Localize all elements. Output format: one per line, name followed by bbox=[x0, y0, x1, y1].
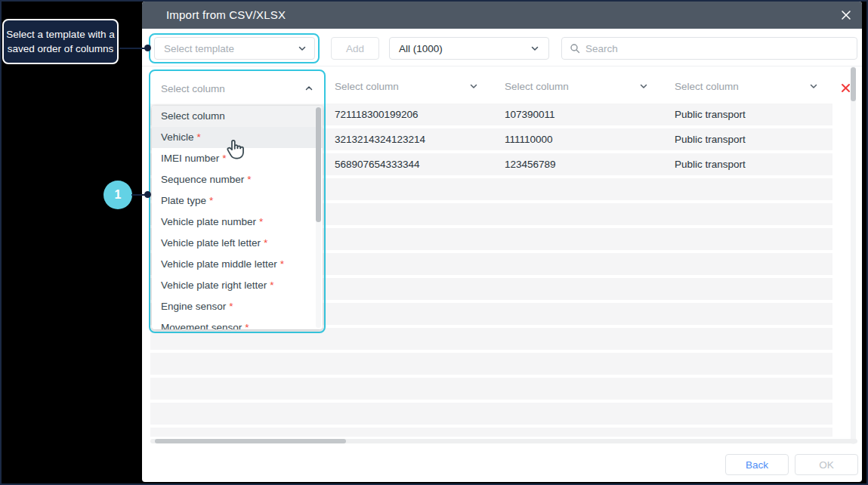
table-cell bbox=[497, 228, 667, 250]
table-cell bbox=[667, 328, 832, 350]
table-cell bbox=[150, 403, 327, 425]
dropdown-scrollbar-thumb[interactable] bbox=[316, 107, 321, 222]
dropdown-option-label: Engine sensor bbox=[161, 301, 226, 312]
required-asterisk: * bbox=[259, 216, 263, 227]
table-cell: 107390011 bbox=[497, 103, 667, 125]
table-cell bbox=[497, 328, 667, 350]
back-button[interactable]: Back bbox=[725, 454, 789, 475]
table-cell bbox=[667, 228, 832, 250]
chevron-down-icon bbox=[639, 82, 648, 91]
table-cell: 111110000 bbox=[497, 128, 667, 150]
dropdown-option[interactable]: Vehicle plate right letter* bbox=[152, 275, 323, 296]
dropdown-scrollbar[interactable] bbox=[316, 107, 321, 328]
table-cell bbox=[327, 278, 497, 300]
table-cell bbox=[497, 353, 667, 375]
remove-column-row-icon[interactable] bbox=[840, 82, 851, 94]
required-asterisk: * bbox=[229, 301, 233, 312]
dropdown-option[interactable]: Vehicle plate middle letter* bbox=[152, 254, 323, 275]
table-cell bbox=[327, 303, 497, 325]
dropdown-option-label: Select column bbox=[161, 110, 225, 122]
required-asterisk: * bbox=[264, 237, 267, 249]
table-row bbox=[150, 353, 832, 375]
table-cell bbox=[327, 253, 497, 275]
column-select-3[interactable]: Select column bbox=[497, 71, 657, 101]
required-asterisk: * bbox=[245, 322, 249, 329]
table-cell bbox=[327, 328, 497, 350]
search-input[interactable]: Search bbox=[561, 37, 857, 60]
template-select-placeholder: Select template bbox=[164, 43, 234, 54]
dropdown-option-label: Vehicle plate middle letter bbox=[161, 258, 277, 270]
column-select-4[interactable]: Select column bbox=[667, 71, 827, 101]
dropdown-option-label: Movement sensor bbox=[161, 322, 242, 329]
table-cell bbox=[667, 203, 832, 225]
table-cell bbox=[667, 253, 832, 275]
filter-select-value: All (1000) bbox=[399, 43, 443, 54]
horizontal-scrollbar-thumb[interactable] bbox=[155, 439, 346, 443]
dropdown-option[interactable]: Vehicle plate number* bbox=[152, 212, 323, 233]
dropdown-option[interactable]: Vehicle plate left letter* bbox=[152, 233, 323, 254]
table-cell bbox=[150, 353, 327, 375]
tutorial-tooltip: Select a template with a saved order of … bbox=[2, 19, 119, 64]
dropdown-option-label: IMEI number bbox=[161, 153, 219, 164]
vertical-scrollbar-thumb[interactable] bbox=[851, 67, 856, 101]
chevron-down-icon bbox=[469, 82, 478, 91]
table-cell bbox=[497, 178, 667, 200]
dropdown-option[interactable]: Select column bbox=[152, 106, 323, 127]
table-cell: 721118300199206 bbox=[327, 103, 497, 125]
table-cell bbox=[497, 428, 667, 437]
ok-button[interactable]: OK bbox=[795, 454, 858, 475]
table-cell bbox=[497, 403, 667, 425]
chevron-up-icon bbox=[304, 84, 314, 93]
dropdown-option[interactable]: Sequence number* bbox=[152, 169, 323, 190]
vertical-scrollbar[interactable] bbox=[851, 66, 856, 444]
dropdown-option[interactable]: IMEI number* bbox=[152, 148, 323, 169]
required-asterisk: * bbox=[280, 258, 284, 270]
table-cell: Public transport bbox=[667, 128, 832, 150]
template-select[interactable]: Select template bbox=[154, 37, 315, 60]
table-cell bbox=[667, 303, 832, 325]
table-cell: Public transport bbox=[667, 153, 832, 175]
table-cell bbox=[667, 428, 832, 437]
dropdown-option[interactable]: Movement sensor* bbox=[152, 317, 323, 329]
column-select-2[interactable]: Select column bbox=[327, 71, 487, 101]
required-asterisk: * bbox=[197, 131, 201, 143]
add-button[interactable]: Add bbox=[331, 37, 379, 60]
table-row bbox=[150, 378, 832, 400]
table-cell bbox=[327, 228, 497, 250]
table-cell bbox=[327, 403, 497, 425]
horizontal-scrollbar[interactable] bbox=[150, 439, 857, 443]
table-cell: 568907654333344 bbox=[327, 153, 497, 175]
dropdown-option-label: Vehicle bbox=[161, 131, 194, 143]
import-dialog: Import from CSV/XLSX Select template Add… bbox=[142, 2, 862, 482]
search-icon bbox=[570, 43, 580, 54]
dropdown-option[interactable]: Vehicle* bbox=[152, 127, 323, 148]
table-cell bbox=[150, 378, 327, 400]
table-row bbox=[150, 428, 832, 437]
table-cell: Public transport bbox=[667, 103, 832, 125]
step-1-badge: 1 bbox=[103, 181, 132, 209]
column-select-1-open: Select column Select columnVehicle*IMEI … bbox=[149, 70, 326, 333]
required-asterisk: * bbox=[247, 174, 251, 185]
required-asterisk: * bbox=[222, 153, 226, 164]
required-asterisk: * bbox=[270, 280, 273, 291]
table-cell bbox=[497, 278, 667, 300]
dropdown-option[interactable]: Plate type* bbox=[152, 190, 323, 212]
chevron-down-icon bbox=[530, 44, 539, 53]
tooltip-connector-dot bbox=[144, 45, 151, 51]
toolbar: Select template Add All (1000) Search bbox=[142, 29, 862, 66]
column-select-1[interactable]: Select column bbox=[152, 73, 323, 104]
table-cell bbox=[497, 253, 667, 275]
close-icon[interactable] bbox=[840, 9, 852, 21]
chevron-down-icon bbox=[809, 82, 818, 91]
dialog-title: Import from CSV/XLSX bbox=[166, 2, 286, 29]
table-cell: 3213214324123214 bbox=[327, 128, 497, 150]
filter-select[interactable]: All (1000) bbox=[389, 37, 549, 60]
dropdown-option-label: Vehicle plate right letter bbox=[161, 280, 267, 291]
tooltip-connector-line bbox=[119, 48, 147, 49]
table-cell: 123456789 bbox=[497, 153, 667, 175]
table-cell bbox=[667, 403, 832, 425]
badge-connector-dot bbox=[144, 191, 151, 198]
table-cell bbox=[327, 353, 497, 375]
dropdown-option-label: Plate type bbox=[161, 195, 206, 206]
dropdown-option[interactable]: Engine sensor* bbox=[152, 296, 323, 317]
